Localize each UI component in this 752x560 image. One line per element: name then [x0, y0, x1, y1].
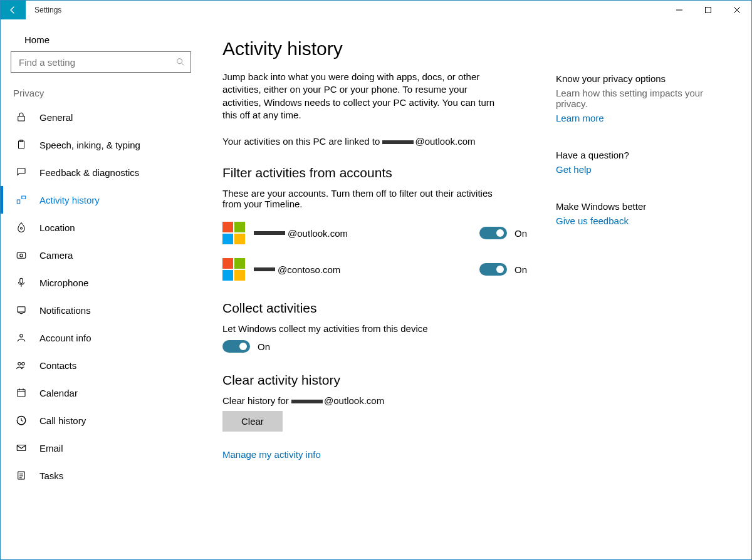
sidebar-item-notifications[interactable]: Notifications: [1, 296, 201, 324]
sidebar-item-call-history[interactable]: Call history: [1, 407, 201, 434]
collect-heading: Collect activities: [222, 301, 527, 316]
camera-icon: [16, 249, 27, 261]
sidebar-item-location[interactable]: Location: [1, 214, 201, 241]
svg-point-14: [18, 363, 21, 366]
sidebar-item-camera[interactable]: Camera: [1, 241, 201, 269]
account-email: @outlook.com: [254, 228, 471, 239]
location-icon: [16, 222, 27, 233]
search-field[interactable]: [18, 56, 175, 68]
account-email: @contoso.com: [254, 264, 471, 275]
svg-rect-12: [18, 307, 25, 312]
redacted-text: [382, 140, 414, 144]
get-help-link[interactable]: Get help: [556, 164, 713, 175]
home-label: Home: [24, 34, 50, 45]
info-description: Learn how this setting impacts your priv…: [556, 88, 713, 109]
svg-point-10: [20, 254, 23, 257]
svg-point-13: [20, 334, 23, 338]
account-toggle[interactable]: [479, 227, 507, 239]
feedback-icon: [16, 167, 27, 178]
calendar-icon: [16, 387, 27, 398]
svg-rect-11: [20, 278, 23, 283]
tasks-icon: [16, 470, 27, 481]
svg-rect-9: [17, 252, 26, 258]
svg-rect-3: [18, 117, 25, 122]
sidebar-item-activity-history[interactable]: Activity history: [1, 186, 201, 214]
redacted-text: [254, 231, 285, 235]
window-title: Settings: [26, 1, 665, 19]
sidebar-item-label: Call history: [39, 415, 86, 426]
info-heading: Make Windows better: [556, 201, 713, 212]
sidebar-item-label: Calendar: [39, 388, 78, 398]
microsoft-logo-icon: [222, 258, 245, 281]
svg-rect-7: [22, 196, 26, 199]
search-icon: [175, 57, 185, 67]
search-input[interactable]: [11, 51, 191, 73]
intro-paragraph-2: Your activities on this PC are linked to…: [222, 135, 504, 148]
clear-description: Clear history for @outlook.com: [222, 395, 504, 406]
give-feedback-link[interactable]: Give us feedback: [556, 215, 713, 226]
microsoft-logo-icon: [222, 222, 245, 244]
collect-description: Let Windows collect my activities from t…: [222, 323, 504, 334]
sidebar-item-microphone[interactable]: Microphone: [1, 269, 201, 296]
clear-heading: Clear activity history: [222, 373, 527, 388]
sidebar-item-general[interactable]: General: [1, 103, 201, 131]
back-button[interactable]: [1, 1, 26, 19]
sidebar-item-label: Contacts: [39, 360, 76, 371]
svg-point-15: [22, 363, 25, 366]
learn-more-link[interactable]: Learn more: [556, 113, 713, 123]
email-icon: [16, 442, 27, 454]
svg-point-8: [21, 227, 23, 229]
sidebar-item-tasks[interactable]: Tasks: [1, 462, 201, 489]
clipboard-icon: [16, 139, 27, 150]
sidebar-item-label: Camera: [39, 250, 73, 261]
sidebar-item-label: Notifications: [39, 305, 91, 316]
sidebar-item-label: General: [39, 112, 73, 123]
redacted-text: [291, 400, 323, 403]
history-icon: [16, 415, 27, 426]
contacts-icon: [16, 360, 27, 371]
toggle-state: On: [514, 264, 527, 275]
filter-description: These are your accounts. Turn them off t…: [222, 188, 504, 209]
sidebar-item-label: Location: [39, 222, 75, 233]
sidebar-section-label: Privacy: [1, 84, 201, 103]
sidebar-item-label: Feedback & diagnostics: [39, 167, 139, 178]
close-button[interactable]: [723, 1, 751, 19]
sidebar-item-label: Activity history: [39, 195, 100, 205]
home-button[interactable]: Home: [1, 28, 201, 51]
account-toggle[interactable]: [479, 263, 507, 276]
toggle-state: On: [258, 341, 270, 352]
sidebar-item-label: Speech, inking, & typing: [39, 140, 140, 150]
page-title: Activity history: [222, 38, 527, 60]
sidebar-item-contacts[interactable]: Contacts: [1, 351, 201, 379]
manage-activity-link[interactable]: Manage my activity info: [222, 449, 527, 460]
info-heading: Know your privacy options: [556, 73, 713, 84]
sidebar-item-label: Microphone: [39, 277, 88, 288]
svg-rect-6: [17, 200, 20, 204]
account-icon: [16, 332, 27, 343]
activity-icon: [16, 194, 27, 205]
svg-rect-18: [17, 445, 26, 451]
account-row: @outlook.com On: [222, 222, 527, 244]
svg-point-2: [177, 59, 182, 64]
toggle-state: On: [514, 228, 527, 239]
maximize-button[interactable]: [694, 1, 723, 19]
sidebar-item-label: Email: [39, 443, 63, 454]
sidebar-item-email[interactable]: Email: [1, 434, 201, 462]
filter-heading: Filter activities from accounts: [222, 165, 527, 180]
sidebar-item-calendar[interactable]: Calendar: [1, 379, 201, 407]
clear-button[interactable]: Clear: [222, 411, 283, 432]
notifications-icon: [16, 304, 27, 316]
sidebar-item-feedback[interactable]: Feedback & diagnostics: [1, 158, 201, 186]
sidebar-item-speech[interactable]: Speech, inking, & typing: [1, 131, 201, 158]
svg-rect-0: [706, 8, 711, 13]
sidebar-item-label: Tasks: [39, 470, 63, 481]
account-row: @contoso.com On: [222, 258, 527, 281]
sidebar-item-label: Account info: [39, 333, 91, 343]
minimize-button[interactable]: [665, 1, 694, 19]
collect-toggle[interactable]: [222, 340, 250, 353]
microphone-icon: [16, 277, 27, 288]
redacted-text: [254, 267, 275, 271]
sidebar-item-account-info[interactable]: Account info: [1, 324, 201, 351]
info-heading: Have a question?: [556, 150, 713, 160]
svg-rect-16: [18, 390, 25, 397]
